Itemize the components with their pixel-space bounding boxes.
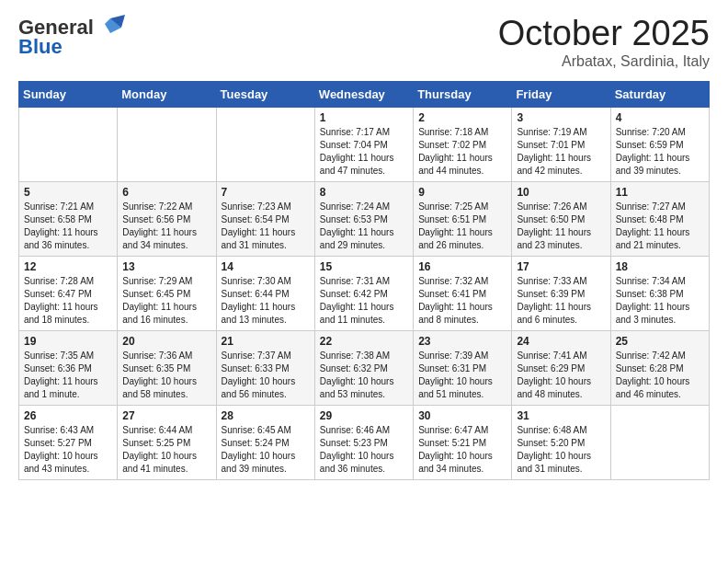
logo-icon bbox=[96, 15, 125, 40]
calendar-cell: 17Sunrise: 7:33 AMSunset: 6:39 PMDayligh… bbox=[512, 256, 610, 330]
calendar-cell: 16Sunrise: 7:32 AMSunset: 6:41 PMDayligh… bbox=[414, 256, 512, 330]
day-info: Sunrise: 7:33 AMSunset: 6:39 PMDaylight:… bbox=[517, 275, 605, 327]
day-number: 6 bbox=[122, 186, 210, 199]
day-info: Sunrise: 6:46 AMSunset: 5:23 PMDaylight:… bbox=[320, 424, 408, 476]
title-block: October 2025 Arbatax, Sardinia, Italy bbox=[498, 15, 710, 70]
calendar-cell: 12Sunrise: 7:28 AMSunset: 6:47 PMDayligh… bbox=[19, 256, 118, 330]
day-number: 10 bbox=[517, 186, 605, 199]
calendar-cell: 18Sunrise: 7:34 AMSunset: 6:38 PMDayligh… bbox=[610, 256, 709, 330]
logo-blue-text: Blue bbox=[18, 35, 63, 59]
day-number: 25 bbox=[616, 335, 704, 348]
day-number: 29 bbox=[320, 409, 408, 422]
week-row-4: 19Sunrise: 7:35 AMSunset: 6:36 PMDayligh… bbox=[19, 330, 710, 405]
day-info: Sunrise: 7:19 AMSunset: 7:01 PMDaylight:… bbox=[517, 126, 605, 178]
calendar-cell: 27Sunrise: 6:44 AMSunset: 5:25 PMDayligh… bbox=[118, 405, 216, 479]
calendar-cell: 24Sunrise: 7:41 AMSunset: 6:29 PMDayligh… bbox=[512, 330, 610, 405]
calendar-cell: 3Sunrise: 7:19 AMSunset: 7:01 PMDaylight… bbox=[512, 107, 610, 181]
day-number: 17 bbox=[517, 260, 605, 273]
day-info: Sunrise: 7:34 AMSunset: 6:38 PMDaylight:… bbox=[616, 275, 704, 327]
day-info: Sunrise: 7:28 AMSunset: 6:47 PMDaylight:… bbox=[24, 275, 112, 327]
week-row-1: 1Sunrise: 7:17 AMSunset: 7:04 PMDaylight… bbox=[19, 107, 710, 181]
day-info: Sunrise: 7:24 AMSunset: 6:53 PMDaylight:… bbox=[320, 201, 408, 252]
day-info: Sunrise: 7:18 AMSunset: 7:02 PMDaylight:… bbox=[418, 126, 506, 178]
day-number: 23 bbox=[418, 335, 506, 348]
day-info: Sunrise: 7:38 AMSunset: 6:32 PMDaylight:… bbox=[320, 350, 408, 401]
calendar-cell: 22Sunrise: 7:38 AMSunset: 6:32 PMDayligh… bbox=[314, 330, 413, 405]
calendar-cell: 21Sunrise: 7:37 AMSunset: 6:33 PMDayligh… bbox=[216, 330, 314, 405]
calendar-cell: 25Sunrise: 7:42 AMSunset: 6:28 PMDayligh… bbox=[610, 330, 709, 405]
day-info: Sunrise: 7:17 AMSunset: 7:04 PMDaylight:… bbox=[320, 126, 408, 178]
weekday-header-row: SundayMondayTuesdayWednesdayThursdayFrid… bbox=[19, 81, 710, 107]
day-number: 27 bbox=[122, 409, 210, 422]
day-info: Sunrise: 6:48 AMSunset: 5:20 PMDaylight:… bbox=[517, 424, 605, 476]
day-number: 1 bbox=[320, 111, 408, 124]
day-info: Sunrise: 7:31 AMSunset: 6:42 PMDaylight:… bbox=[320, 275, 408, 327]
day-number: 16 bbox=[418, 260, 506, 273]
day-number: 26 bbox=[24, 409, 112, 422]
day-info: Sunrise: 6:47 AMSunset: 5:21 PMDaylight:… bbox=[418, 424, 506, 476]
day-number: 30 bbox=[418, 409, 506, 422]
day-info: Sunrise: 6:44 AMSunset: 5:25 PMDaylight:… bbox=[122, 424, 210, 476]
day-number: 4 bbox=[616, 111, 704, 124]
weekday-header-saturday: Saturday bbox=[610, 81, 709, 107]
day-info: Sunrise: 7:22 AMSunset: 6:56 PMDaylight:… bbox=[122, 201, 210, 252]
page: General Blue October 2025 Arbatax, Sardi… bbox=[0, 0, 728, 495]
weekday-header-tuesday: Tuesday bbox=[216, 81, 314, 107]
calendar-cell bbox=[118, 107, 216, 181]
day-info: Sunrise: 7:41 AMSunset: 6:29 PMDaylight:… bbox=[517, 350, 605, 401]
calendar-cell: 15Sunrise: 7:31 AMSunset: 6:42 PMDayligh… bbox=[314, 256, 413, 330]
calendar-cell: 14Sunrise: 7:30 AMSunset: 6:44 PMDayligh… bbox=[216, 256, 314, 330]
day-number: 14 bbox=[222, 260, 310, 273]
day-number: 8 bbox=[320, 186, 408, 199]
day-number: 2 bbox=[418, 111, 506, 124]
calendar-cell: 7Sunrise: 7:23 AMSunset: 6:54 PMDaylight… bbox=[216, 181, 314, 256]
header: General Blue October 2025 Arbatax, Sardi… bbox=[18, 15, 710, 70]
calendar-cell: 10Sunrise: 7:26 AMSunset: 6:50 PMDayligh… bbox=[512, 181, 610, 256]
day-info: Sunrise: 7:39 AMSunset: 6:31 PMDaylight:… bbox=[418, 350, 506, 401]
week-row-5: 26Sunrise: 6:43 AMSunset: 5:27 PMDayligh… bbox=[19, 405, 710, 479]
calendar-cell: 9Sunrise: 7:25 AMSunset: 6:51 PMDaylight… bbox=[414, 181, 512, 256]
day-info: Sunrise: 7:25 AMSunset: 6:51 PMDaylight:… bbox=[418, 201, 506, 252]
day-info: Sunrise: 7:27 AMSunset: 6:48 PMDaylight:… bbox=[616, 201, 704, 252]
calendar-cell bbox=[216, 107, 314, 181]
calendar-cell: 11Sunrise: 7:27 AMSunset: 6:48 PMDayligh… bbox=[610, 181, 709, 256]
day-number: 3 bbox=[517, 111, 605, 124]
week-row-3: 12Sunrise: 7:28 AMSunset: 6:47 PMDayligh… bbox=[19, 256, 710, 330]
calendar-cell: 23Sunrise: 7:39 AMSunset: 6:31 PMDayligh… bbox=[414, 330, 512, 405]
day-number: 21 bbox=[222, 335, 310, 348]
weekday-header-monday: Monday bbox=[118, 81, 216, 107]
calendar-cell: 26Sunrise: 6:43 AMSunset: 5:27 PMDayligh… bbox=[19, 405, 118, 479]
calendar-cell: 4Sunrise: 7:20 AMSunset: 6:59 PMDaylight… bbox=[610, 107, 709, 181]
day-info: Sunrise: 7:42 AMSunset: 6:28 PMDaylight:… bbox=[616, 350, 704, 401]
weekday-header-friday: Friday bbox=[512, 81, 610, 107]
calendar-cell: 31Sunrise: 6:48 AMSunset: 5:20 PMDayligh… bbox=[512, 405, 610, 479]
weekday-header-thursday: Thursday bbox=[414, 81, 512, 107]
calendar-cell: 1Sunrise: 7:17 AMSunset: 7:04 PMDaylight… bbox=[314, 107, 413, 181]
day-info: Sunrise: 7:36 AMSunset: 6:35 PMDaylight:… bbox=[122, 350, 210, 401]
day-number: 5 bbox=[24, 186, 112, 199]
calendar-cell: 2Sunrise: 7:18 AMSunset: 7:02 PMDaylight… bbox=[414, 107, 512, 181]
day-info: Sunrise: 7:21 AMSunset: 6:58 PMDaylight:… bbox=[24, 201, 112, 252]
calendar-cell bbox=[19, 107, 118, 181]
day-number: 13 bbox=[122, 260, 210, 273]
calendar-cell bbox=[610, 405, 709, 479]
day-info: Sunrise: 7:29 AMSunset: 6:45 PMDaylight:… bbox=[122, 275, 210, 327]
day-info: Sunrise: 7:20 AMSunset: 6:59 PMDaylight:… bbox=[616, 126, 704, 178]
day-info: Sunrise: 7:32 AMSunset: 6:41 PMDaylight:… bbox=[418, 275, 506, 327]
calendar-cell: 30Sunrise: 6:47 AMSunset: 5:21 PMDayligh… bbox=[414, 405, 512, 479]
day-number: 18 bbox=[616, 260, 704, 273]
day-number: 12 bbox=[24, 260, 112, 273]
calendar-cell: 28Sunrise: 6:45 AMSunset: 5:24 PMDayligh… bbox=[216, 405, 314, 479]
day-info: Sunrise: 7:23 AMSunset: 6:54 PMDaylight:… bbox=[222, 201, 310, 252]
day-info: Sunrise: 7:35 AMSunset: 6:36 PMDaylight:… bbox=[24, 350, 112, 401]
calendar-table: SundayMondayTuesdayWednesdayThursdayFrid… bbox=[18, 81, 710, 480]
month-title: October 2025 bbox=[498, 15, 710, 53]
day-info: Sunrise: 6:45 AMSunset: 5:24 PMDaylight:… bbox=[222, 424, 310, 476]
week-row-2: 5Sunrise: 7:21 AMSunset: 6:58 PMDaylight… bbox=[19, 181, 710, 256]
day-number: 24 bbox=[517, 335, 605, 348]
day-number: 31 bbox=[517, 409, 605, 422]
day-number: 15 bbox=[320, 260, 408, 273]
day-number: 7 bbox=[222, 186, 310, 199]
day-number: 28 bbox=[222, 409, 310, 422]
calendar-cell: 19Sunrise: 7:35 AMSunset: 6:36 PMDayligh… bbox=[19, 330, 118, 405]
